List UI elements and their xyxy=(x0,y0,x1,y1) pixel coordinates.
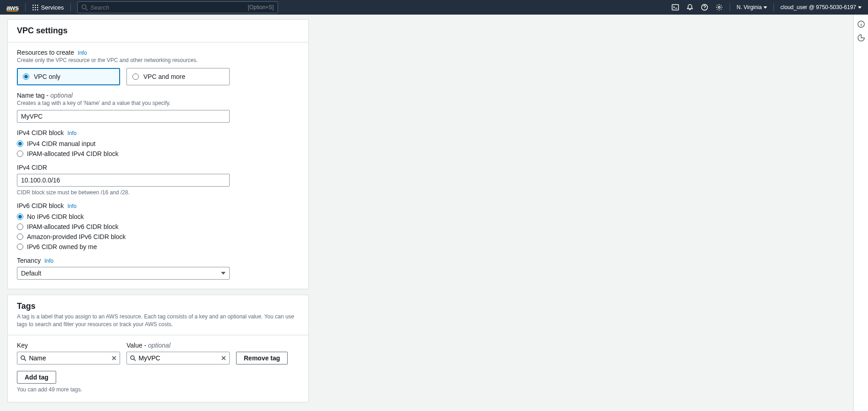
radio-icon xyxy=(17,140,23,147)
tags-panel: Tags A tag is a label that you assign to… xyxy=(7,295,309,402)
add-tag-button[interactable]: Add tag xyxy=(17,371,56,384)
top-nav: aws Services [Option+S] N. Virginia clou… xyxy=(0,0,868,15)
tag-key-input[interactable] xyxy=(29,354,109,362)
radio-icon xyxy=(17,213,23,220)
tag-row: Key Value - optional xyxy=(17,342,299,364)
ipv4-cidr-hint: CIDR block size must be between /16 and … xyxy=(17,189,299,196)
radio-icon xyxy=(132,73,139,80)
tag-count-hint: You can add 49 more tags. xyxy=(17,386,299,393)
cloudshell-icon[interactable] xyxy=(671,3,679,11)
help-icon[interactable] xyxy=(700,3,709,11)
svg-point-0 xyxy=(82,5,86,9)
field-ipv4-cidr-block: IPv4 CIDR block Info IPv4 CIDR manual in… xyxy=(17,129,299,157)
radio-icon xyxy=(17,224,23,230)
ipv4-cidr-input[interactable] xyxy=(17,174,230,187)
tile-vpc-only[interactable]: VPC only xyxy=(17,68,120,85)
radio-ipv6-owned[interactable]: IPv6 CIDR owned by me xyxy=(17,243,299,250)
search-icon xyxy=(20,355,26,361)
right-help-rail xyxy=(853,15,868,411)
search-input[interactable] xyxy=(88,4,248,11)
search-icon xyxy=(81,4,88,10)
field-name-tag: Name tag - optional Creates a tag with a… xyxy=(17,92,299,123)
tag-key-label: Key xyxy=(17,342,120,349)
ipv4-block-label: IPv4 CIDR block xyxy=(17,129,64,136)
info-link[interactable]: Info xyxy=(44,258,53,264)
grid-icon xyxy=(32,4,38,10)
tag-value-label: Value - optional xyxy=(126,342,230,349)
caret-down-icon xyxy=(763,6,767,9)
notifications-icon[interactable] xyxy=(686,3,694,11)
account-menu[interactable]: cloud_user @ 9750-5030-6197 xyxy=(780,4,862,10)
name-tag-hint: Creates a tag with a key of 'Name' and a… xyxy=(17,100,299,106)
radio-ipv6-ipam[interactable]: IPAM-allocated IPv6 CIDR block xyxy=(17,223,299,230)
svg-line-11 xyxy=(134,359,136,361)
radio-ipv4-manual[interactable]: IPv4 CIDR manual input xyxy=(17,140,299,147)
radio-ipv6-none[interactable]: No IPv6 CIDR block xyxy=(17,213,299,220)
resources-label: Resources to create xyxy=(17,49,74,56)
info-link[interactable]: Info xyxy=(68,203,77,209)
panel-title: VPC settings xyxy=(8,20,308,42)
tenancy-label: Tenancy xyxy=(17,257,41,264)
aws-logo[interactable]: aws xyxy=(6,4,19,11)
field-resources-to-create: Resources to create Info Create only the… xyxy=(17,49,299,85)
svg-point-4 xyxy=(718,6,720,8)
field-tenancy: Tenancy Info Default xyxy=(17,257,299,280)
ipv4-cidr-label: IPv4 CIDR xyxy=(17,164,299,171)
remove-tag-button[interactable]: Remove tag xyxy=(236,352,288,364)
settings-icon[interactable] xyxy=(715,3,723,11)
svg-line-7 xyxy=(24,359,26,361)
radio-icon xyxy=(17,234,23,240)
tag-value-input-wrap[interactable] xyxy=(126,352,230,364)
vpc-settings-panel: VPC settings Resources to create Info Cr… xyxy=(7,19,309,289)
services-menu[interactable]: Services xyxy=(32,4,64,11)
info-link[interactable]: Info xyxy=(78,50,87,56)
resources-hint: Create only the VPC resource or the VPC … xyxy=(17,57,299,63)
radio-ipv6-amazon[interactable]: Amazon-provided IPv6 CIDR block xyxy=(17,233,299,240)
tag-key-input-wrap[interactable] xyxy=(17,352,120,364)
global-search[interactable]: [Option+S] xyxy=(77,1,278,13)
search-icon xyxy=(130,355,136,361)
tags-hint: A tag is a label that you assign to an A… xyxy=(17,313,299,328)
radio-icon xyxy=(23,73,29,80)
caret-down-icon xyxy=(221,272,226,275)
name-tag-label: Name tag - optional xyxy=(17,92,73,99)
radio-icon xyxy=(17,151,23,157)
tenancy-select[interactable]: Default xyxy=(17,267,230,280)
tutorial-icon[interactable] xyxy=(857,34,865,42)
ipv6-block-label: IPv6 CIDR block xyxy=(17,202,64,209)
info-link[interactable]: Info xyxy=(68,130,77,136)
tile-vpc-and-more[interactable]: VPC and more xyxy=(126,68,230,85)
svg-point-10 xyxy=(131,356,134,359)
tag-value-input[interactable] xyxy=(138,354,218,362)
caret-down-icon xyxy=(858,6,862,9)
clear-icon[interactable] xyxy=(221,355,226,361)
search-shortcut-hint: [Option+S] xyxy=(248,4,274,10)
services-label: Services xyxy=(41,4,64,11)
name-tag-input[interactable] xyxy=(17,110,230,123)
panel-title: Tags A tag is a label that you assign to… xyxy=(8,295,308,335)
region-selector[interactable]: N. Virginia xyxy=(736,4,767,10)
radio-icon xyxy=(17,244,23,250)
svg-point-6 xyxy=(21,356,25,359)
svg-rect-2 xyxy=(672,5,679,10)
info-panel-icon[interactable] xyxy=(857,20,865,28)
page-content: VPC settings Resources to create Info Cr… xyxy=(0,15,701,411)
field-ipv4-cidr: IPv4 CIDR CIDR block size must be betwee… xyxy=(17,164,299,196)
field-ipv6-cidr-block: IPv6 CIDR block Info No IPv6 CIDR block … xyxy=(17,202,299,250)
radio-ipv4-ipam[interactable]: IPAM-allocated IPv4 CIDR block xyxy=(17,150,299,157)
clear-icon[interactable] xyxy=(111,355,117,361)
